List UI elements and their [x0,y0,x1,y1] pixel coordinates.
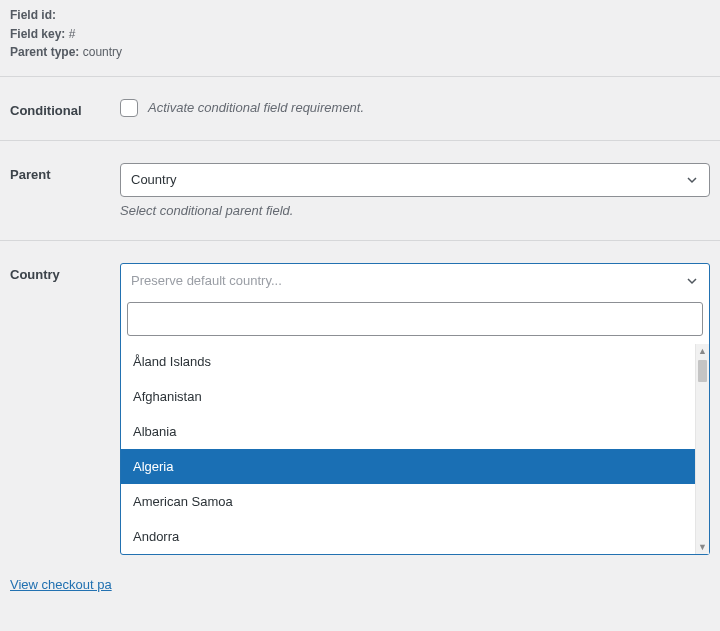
meta-parent-type-value: country [83,45,122,59]
country-search-input[interactable] [127,302,703,336]
meta-field-key-value: # [69,27,76,41]
country-option[interactable]: Andorra [121,519,709,554]
scroll-up-arrow-icon[interactable]: ▲ [696,344,709,358]
parent-help: Select conditional parent field. [120,203,710,218]
country-option[interactable]: Algeria [121,449,709,484]
country-option[interactable]: American Samoa [121,484,709,519]
chevron-down-icon [685,173,699,187]
chevron-down-icon [685,274,699,288]
country-placeholder: Preserve default country... [131,273,282,288]
conditional-checkbox[interactable] [120,99,138,117]
view-checkout-link[interactable]: View checkout pa [0,573,122,596]
row-parent: Parent Country Select conditional parent… [0,141,720,240]
meta-field-id: Field id: [10,6,710,25]
country-label: Country [10,263,120,282]
row-country: Country Preserve default country... Ålan… [0,241,720,555]
row-conditional: Conditional Activate conditional field r… [0,77,720,140]
conditional-label: Conditional [10,99,120,118]
field-meta-block: Field id: Field key: # Parent type: coun… [0,0,720,76]
country-combobox[interactable]: Preserve default country... Åland Island… [120,263,710,555]
parent-select-value: Country [131,172,177,187]
parent-select[interactable]: Country [120,163,710,197]
country-options-list: Åland IslandsAfghanistanAlbaniaAlgeriaAm… [121,344,709,554]
meta-field-key-label: Field key: [10,27,65,41]
meta-field-id-label: Field id: [10,8,56,22]
scrollbar[interactable]: ▲ ▼ [695,344,709,554]
meta-field-key: Field key: # [10,25,710,44]
meta-parent-type: Parent type: country [10,43,710,62]
meta-parent-type-label: Parent type: [10,45,79,59]
country-option[interactable]: Åland Islands [121,344,709,379]
country-option[interactable]: Albania [121,414,709,449]
conditional-help: Activate conditional field requirement. [148,100,364,115]
scroll-down-arrow-icon[interactable]: ▼ [696,540,709,554]
country-option[interactable]: Afghanistan [121,379,709,414]
country-combobox-header[interactable]: Preserve default country... [121,264,709,298]
parent-label: Parent [10,163,120,182]
scroll-thumb[interactable] [698,360,707,382]
